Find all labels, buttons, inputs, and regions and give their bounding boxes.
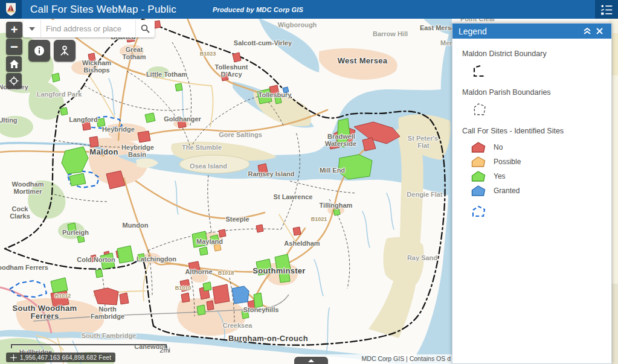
osea-island	[179, 155, 249, 173]
legend-item-label: Yes	[494, 172, 506, 180]
identified-sites-possible-layer[interactable]	[214, 244, 221, 251]
close-icon	[596, 28, 603, 34]
legend-header: Legend	[452, 24, 611, 39]
plus-icon: +	[11, 23, 18, 37]
app-window: WigboroughBarrow HillEast MerseaMerseaPo…	[0, 0, 618, 364]
no-swatch	[471, 141, 486, 153]
zoom-out-button[interactable]: −	[6, 39, 22, 55]
page-title: Call For Sites WebMap - Public	[30, 4, 176, 16]
home-icon	[10, 60, 19, 68]
chevron-up-icon	[308, 359, 314, 362]
near-me-button[interactable]	[54, 40, 76, 62]
near-me-icon	[59, 45, 70, 56]
coordinate-widget: 1,956,467.163 664,898.682 Feet	[6, 353, 115, 362]
crosshair-icon[interactable]	[10, 354, 17, 361]
district-boundary-swatch	[471, 64, 491, 80]
legend-section-title: Maldon District Boundary	[462, 49, 602, 58]
chevron-down-icon	[29, 27, 35, 31]
scale-bar: 2mi	[11, 344, 167, 345]
attribute-table-toggle[interactable]	[294, 357, 328, 364]
search-source-dropdown[interactable]	[23, 20, 41, 37]
double-chevron-up-icon	[583, 27, 591, 35]
legend-widget-icon	[600, 4, 613, 16]
legend-item-label: Granted	[494, 187, 520, 195]
maldon-crest-icon	[5, 2, 17, 17]
search-button[interactable]	[135, 20, 155, 37]
app-logo	[0, 0, 22, 19]
legend-close-button[interactable]	[593, 25, 605, 37]
info-icon	[34, 45, 45, 56]
info-button[interactable]	[28, 40, 50, 62]
legend-item-label: Possible	[494, 158, 521, 166]
scale-label: 2mi	[159, 346, 170, 354]
zoom-in-button[interactable]: +	[6, 22, 22, 38]
legend-item-label: No	[494, 143, 503, 152]
legend-item-granted: Granted	[471, 185, 602, 197]
minus-icon: −	[10, 39, 18, 55]
app-header: Call For Sites WebMap - Public Produced …	[0, 0, 618, 19]
yes-swatch	[471, 170, 486, 182]
parish-boundary-swatch	[471, 103, 491, 118]
search-input[interactable]	[41, 24, 135, 33]
granted-swatch	[471, 185, 486, 197]
magnifier-icon	[141, 24, 150, 33]
coordinate-readout: 1,956,467.163 664,898.682 Feet	[20, 354, 111, 361]
possible-swatch	[471, 156, 486, 168]
legend-title: Legend	[459, 27, 581, 36]
legend-section-title: Call For Sites - Identified Sites	[462, 127, 602, 135]
search-widget	[23, 20, 155, 37]
locate-icon	[9, 76, 19, 86]
legend-item-yes: Yes	[471, 170, 602, 182]
legend-toggle-button[interactable]	[595, 0, 618, 19]
page-subtitle: Produced by MDC Corp GIS	[213, 6, 303, 13]
reference-sites-swatch	[471, 205, 491, 221]
legend-collapse-button[interactable]	[581, 25, 593, 37]
legend-section-title: Maldon Parish Boundaries	[462, 88, 602, 97]
home-button[interactable]	[6, 56, 22, 72]
legend-item-possible: Possible	[471, 156, 602, 168]
locate-button[interactable]	[6, 73, 22, 89]
legend-panel: Legend Maldon District Boundary Maldon P…	[452, 23, 612, 364]
legend-item-no: No	[471, 141, 602, 153]
legend-body: Maldon District Boundary Maldon Parish B…	[452, 39, 611, 228]
